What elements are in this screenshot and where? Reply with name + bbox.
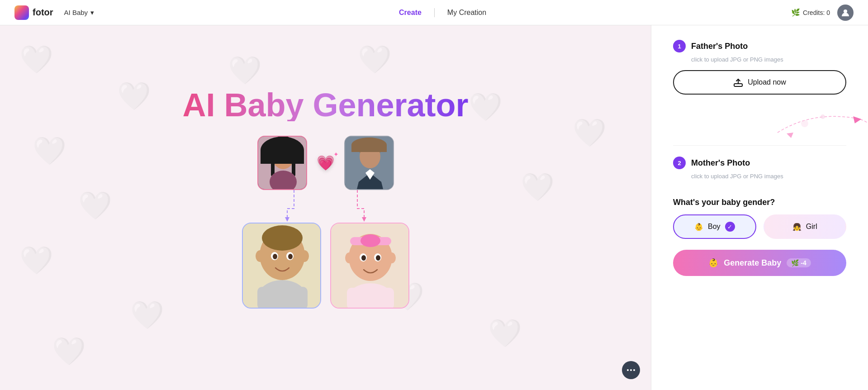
photo-diagram: ✦ 💗 ✦ (242, 136, 409, 309)
dot2 (630, 369, 632, 371)
step1-header: 1 Father's Photo (673, 40, 846, 52)
main-nav: Create My Creation (386, 8, 499, 17)
svg-point-40 (821, 114, 825, 119)
girl-label: Girl (806, 223, 817, 231)
girl-gender-button[interactable]: 👧 Girl (764, 214, 847, 239)
svg-rect-5 (292, 149, 295, 176)
svg-point-21 (273, 254, 277, 259)
svg-point-3 (272, 144, 294, 169)
dot1 (627, 369, 629, 371)
svg-point-17 (256, 250, 265, 262)
logo: fotor (14, 5, 53, 20)
svg-point-0 (844, 10, 847, 13)
svg-marker-12 (362, 217, 366, 222)
svg-rect-24 (257, 287, 308, 309)
credits-display: 🌿 Credits: 0 (791, 8, 830, 17)
baby-generate-icon: 👶 (708, 258, 718, 268)
family-connector (262, 188, 389, 224)
header-right: 🌿 Credits: 0 (791, 5, 854, 21)
ai-baby-label: AI Baby (64, 9, 88, 16)
father-photo-preview (345, 137, 393, 189)
header-left: fotor AI Baby ▾ (14, 5, 94, 20)
dot3 (633, 369, 635, 371)
svg-point-41 (801, 120, 808, 127)
svg-point-28 (360, 234, 380, 247)
sparkle-icon: ✦ (333, 151, 339, 158)
leaf-cost-icon: 🌿 (791, 259, 799, 266)
svg-marker-11 (285, 217, 289, 222)
parent-photos: ✦ 💗 ✦ (257, 136, 394, 190)
section-divider (673, 145, 846, 146)
more-options-button[interactable] (622, 361, 640, 379)
baby-girl-frame (330, 223, 409, 309)
upload-now-label: Upload now (748, 78, 786, 86)
baby-photos (242, 223, 409, 309)
heart-icon: 💗 (317, 154, 335, 171)
svg-point-30 (388, 252, 396, 263)
svg-marker-39 (787, 133, 793, 138)
step2-number: 2 (673, 157, 686, 169)
main-content: 🤍 🤍 🤍 🤍 🤍 🤍 🤍 🤍 🤍 🤍 🤍 🤍 🤍 🤍 AI Baby Gene… (0, 25, 868, 390)
heart-between-parents: 💗 ✦ (314, 154, 337, 171)
svg-rect-36 (347, 288, 394, 309)
svg-point-18 (300, 250, 309, 262)
svg-point-34 (376, 255, 380, 261)
boy-emoji: 👶 (694, 223, 703, 231)
mother-photo-preview: ✦ (258, 137, 306, 189)
step2-header: 2 Mother's Photo (673, 157, 846, 169)
step2-subtitle: click to upload JPG or PNG images (691, 173, 846, 180)
step2-title: Mother's Photo (691, 158, 750, 168)
father-upload-button[interactable]: Upload now (673, 70, 846, 95)
generate-label: Generate Baby (724, 258, 781, 268)
page-title: AI Baby Generator (182, 89, 468, 121)
mother-photo-frame: ✦ (257, 136, 307, 190)
step1-title: Father's Photo (691, 42, 748, 51)
gender-options: 👶 Boy ✓ 👧 Girl (673, 214, 846, 239)
credits-cost-badge: 🌿 -4 (787, 258, 811, 267)
chevron-down-icon: ▾ (90, 9, 94, 17)
user-avatar[interactable] (837, 5, 854, 21)
boy-label: Boy (708, 223, 721, 231)
boy-check-icon: ✓ (725, 222, 735, 232)
boy-gender-button[interactable]: 👶 Boy ✓ (673, 214, 756, 239)
decorative-swoosh (651, 105, 868, 142)
nav-create[interactable]: Create (386, 9, 434, 17)
svg-point-10 (360, 145, 380, 168)
step1-subtitle: click to upload JPG or PNG images (691, 56, 846, 63)
svg-point-16 (262, 225, 303, 251)
leaf-icon: 🌿 (791, 8, 800, 17)
svg-point-2 (270, 137, 296, 163)
baby-boy-frame (242, 223, 321, 309)
ai-baby-dropdown[interactable]: AI Baby ▾ (64, 9, 95, 17)
upload-icon (733, 77, 743, 87)
nav-my-creation[interactable]: My Creation (435, 9, 499, 17)
father-photo-frame (344, 136, 394, 190)
father-photo-section: 1 Father's Photo click to upload JPG or … (673, 40, 846, 95)
svg-rect-37 (734, 84, 742, 86)
girl-emoji: 👧 (792, 223, 802, 231)
mother-photo-section: 2 Mother's Photo click to upload JPG or … (673, 157, 846, 187)
header: fotor AI Baby ▾ Create My Creation 🌿 Cre… (0, 0, 868, 25)
canvas-area: 🤍 🤍 🤍 🤍 🤍 🤍 🤍 🤍 🤍 🤍 🤍 🤍 🤍 🤍 AI Baby Gene… (0, 25, 651, 390)
logo-icon (14, 5, 29, 20)
generate-baby-button[interactable]: 👶 Generate Baby 🌿 -4 (673, 250, 846, 276)
step1-number: 1 (673, 40, 686, 52)
credits-cost-value: -4 (801, 259, 806, 266)
logo-text: fotor (33, 7, 53, 18)
svg-point-33 (361, 255, 366, 261)
svg-rect-4 (271, 149, 275, 176)
credits-value: Credits: 0 (803, 9, 830, 16)
canvas-content: AI Baby Generator (182, 89, 468, 309)
svg-text:✦: ✦ (295, 143, 301, 151)
svg-point-22 (288, 254, 293, 259)
gender-section: What's your baby gender? 👶 Boy ✓ 👧 Girl (673, 198, 846, 239)
gender-question: What's your baby gender? (673, 198, 846, 207)
svg-point-29 (345, 252, 353, 263)
svg-marker-38 (852, 114, 862, 124)
right-panel: 1 Father's Photo click to upload JPG or … (651, 25, 868, 390)
